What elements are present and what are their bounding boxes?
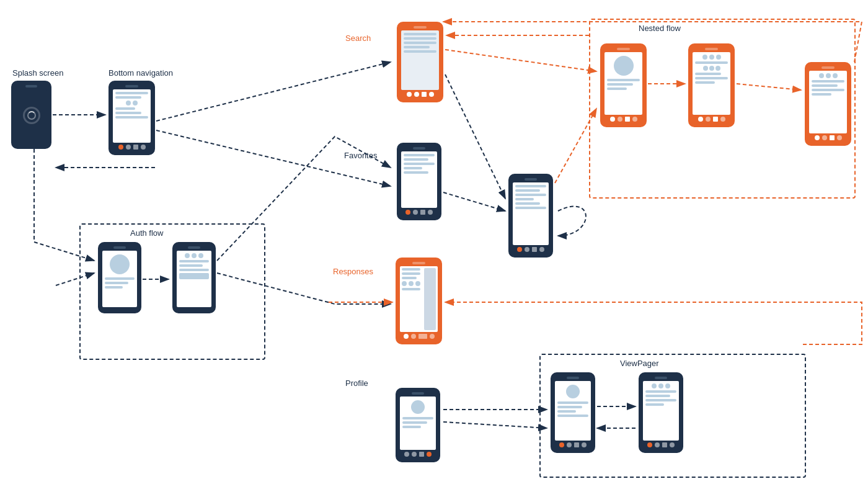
phone-search: [397, 22, 443, 102]
svg-line-6: [156, 62, 391, 121]
svg-line-11: [443, 192, 505, 211]
phone-favorites: [397, 143, 441, 220]
phone-viewpager-1: [551, 372, 595, 453]
phone-viewpager-2: [639, 372, 683, 453]
phone-detail-center: [508, 174, 553, 258]
label-profile: Profile: [345, 379, 368, 388]
label-bottom-nav: Bottom navigation: [108, 68, 173, 78]
phone-nested-1: [600, 43, 647, 127]
label-splash: Splash screen: [12, 68, 63, 78]
phone-auth-1: [98, 242, 141, 313]
label-nested-flow: Nested flow: [639, 24, 681, 33]
label-auth-flow: Auth flow: [130, 228, 163, 238]
label-favorites: Favorites: [344, 151, 377, 160]
label-viewpager: ViewPager: [620, 359, 659, 368]
phone-auth-2: [172, 242, 216, 313]
label-responses: Responses: [333, 267, 373, 276]
svg-line-9: [445, 50, 596, 71]
diagram-container: Splash screen Bottom navigation Auth flo…: [0, 0, 868, 484]
svg-line-10: [445, 74, 505, 199]
phone-responses: [396, 258, 442, 344]
svg-line-17: [443, 422, 547, 428]
phone-profile-1: [396, 388, 440, 462]
label-search: Search: [345, 34, 371, 43]
phone-bottom-nav: [108, 81, 155, 155]
phone-nested-3: [805, 62, 851, 146]
phone-nested-2: [688, 43, 735, 127]
phone-splash: [11, 81, 51, 149]
